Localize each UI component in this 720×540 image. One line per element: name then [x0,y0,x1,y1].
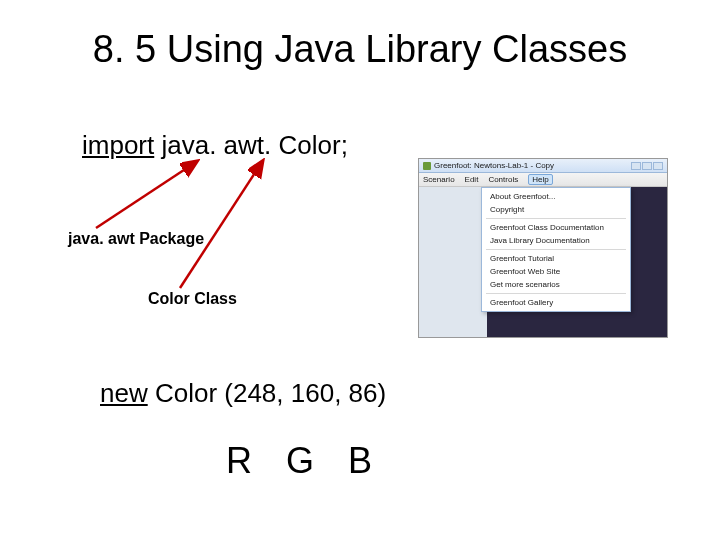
menu-controls[interactable]: Controls [488,175,518,184]
window-buttons [631,162,663,170]
new-keyword: new [100,378,148,408]
package-label: java. awt Package [68,230,204,248]
arrow-to-class [170,156,300,296]
r-label: R [226,440,254,482]
menu-item-java-doc[interactable]: Java Library Documentation [482,234,630,247]
svg-line-1 [180,162,262,288]
menu-separator [486,293,626,294]
menu-edit[interactable]: Edit [465,175,479,184]
app-icon [423,162,431,170]
greenfoot-body: About Greenfoot... Copyright Greenfoot C… [419,187,667,337]
help-dropdown: About Greenfoot... Copyright Greenfoot C… [481,187,631,312]
b-label: B [348,440,374,482]
minimize-icon [631,162,641,170]
menu-item-tutorial[interactable]: Greenfoot Tutorial [482,252,630,265]
greenfoot-screenshot: Greenfoot: Newtons-Lab-1 - Copy Scenario… [418,158,668,338]
menu-item-class-doc[interactable]: Greenfoot Class Documentation [482,221,630,234]
new-color-args: Color (248, 160, 86) [148,378,386,408]
rgb-labels: R G B [216,440,384,482]
menu-separator [486,218,626,219]
menu-bar: Scenario Edit Controls Help [419,173,667,187]
slide-title: 8. 5 Using Java Library Classes [0,28,720,71]
menu-item-about[interactable]: About Greenfoot... [482,190,630,203]
menu-separator [486,249,626,250]
menu-item-copyright[interactable]: Copyright [482,203,630,216]
menu-item-gallery[interactable]: Greenfoot Gallery [482,296,630,309]
window-title: Greenfoot: Newtons-Lab-1 - Copy [434,161,554,170]
new-color-line: new Color (248, 160, 86) [100,378,386,409]
close-icon [653,162,663,170]
menu-scenario[interactable]: Scenario [423,175,455,184]
menu-item-website[interactable]: Greenfoot Web Site [482,265,630,278]
maximize-icon [642,162,652,170]
window-titlebar: Greenfoot: Newtons-Lab-1 - Copy [419,159,667,173]
menu-help[interactable]: Help [528,174,552,185]
class-label: Color Class [148,290,237,308]
g-label: G [286,440,316,482]
menu-item-scenarios[interactable]: Get more scenarios [482,278,630,291]
